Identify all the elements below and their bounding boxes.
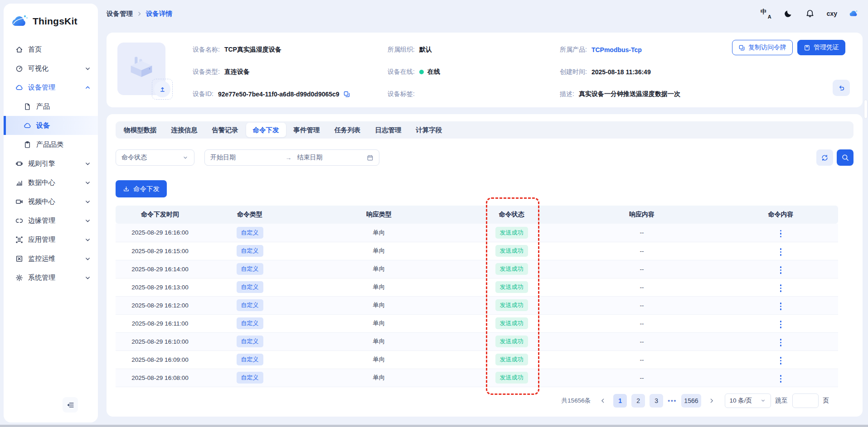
command-status-tag: 发送成功 [495, 317, 528, 329]
command-type-tag: 自定义 [237, 372, 263, 384]
tab-thing-model-data[interactable]: 物模型数据 [117, 123, 164, 137]
language-switch-icon[interactable]: 中 A [761, 9, 771, 19]
cell-response-content: -- [560, 260, 723, 278]
sidebar-item-visualization[interactable]: 可视化 [4, 59, 98, 78]
command-table: 命令下发时间 命令类型 响应类型 命令状态 响应内容 命令内容 2025-08-… [116, 206, 838, 387]
command-content-menu-button[interactable] [776, 264, 786, 276]
cell-response-content: -- [560, 296, 723, 314]
tab-command-delivery[interactable]: 命令下发 [246, 123, 286, 137]
cell-command-status: 发送成功 [463, 278, 560, 296]
cell-response-content: -- [560, 314, 723, 332]
command-content-menu-button[interactable] [776, 228, 786, 240]
cell-command-type: 自定义 [204, 332, 295, 350]
sidebar-item-app-management[interactable]: 应用管理 [4, 230, 98, 249]
user-avatar[interactable] [849, 9, 859, 19]
page-size-select[interactable]: 10 条/页 [725, 393, 771, 408]
cell-command-status: 发送成功 [463, 314, 560, 332]
sidebar-collapse-button[interactable] [63, 397, 78, 413]
page-jump-input[interactable] [792, 393, 819, 408]
cell-response-type: 单向 [295, 369, 463, 387]
sidebar-item-monitoring-ops[interactable]: 监控运维 [4, 249, 98, 268]
tab-computed-fields[interactable]: 计算字段 [409, 123, 449, 137]
prev-page-button[interactable] [597, 394, 609, 408]
chevron-right-icon [136, 11, 142, 17]
command-content-menu-button[interactable] [776, 319, 786, 330]
rule-engine-icon [15, 160, 23, 168]
table-row: 2025-08-29 16:15:00 自定义 单向 发送成功 -- [116, 242, 838, 260]
brand-cloud-icon [11, 14, 29, 28]
page-button-last[interactable]: 1566 [681, 394, 701, 408]
copy-access-token-button[interactable]: 复制访问令牌 [732, 40, 793, 55]
command-content-menu-button[interactable] [776, 283, 786, 294]
cell-command-content [723, 242, 838, 260]
cell-response-content: -- [560, 242, 723, 260]
gauge-icon [15, 65, 23, 72]
tab-event-management[interactable]: 事件管理 [287, 123, 327, 137]
page-unit-label: 页 [823, 397, 829, 405]
breadcrumb-device-management[interactable]: 设备管理 [107, 10, 133, 18]
sidebar-item-data-center[interactable]: 数据中心 [4, 173, 98, 192]
device-desc-row: 描述: 真实设备一分钟推送温湿度数据一次 [560, 89, 680, 100]
table-row: 2025-08-29 16:10:00 自定义 单向 发送成功 -- [116, 332, 838, 350]
command-type-tag: 自定义 [237, 245, 263, 257]
device-id: 92e77e50-7be4-11f0-a6d8-d99d0d9065c9 [218, 91, 339, 98]
device-product-row: 所属产品: TCPmodbus-Tcp [560, 44, 680, 55]
sidebar-item-edge-management[interactable]: 边缘管理 [4, 211, 98, 230]
dark-mode-moon-icon[interactable] [783, 9, 793, 19]
command-content-menu-button[interactable] [776, 246, 786, 258]
command-content-menu-button[interactable] [776, 337, 786, 348]
online-status: 在线 [427, 68, 440, 76]
date-range-picker[interactable]: 开始日期 → 结束日期 [204, 149, 379, 166]
cloud-icon [24, 122, 31, 130]
sidebar-item-rule-engine[interactable]: 规则引擎 [4, 154, 98, 173]
cell-command-type: 自定义 [204, 224, 295, 242]
jump-to-label: 跳至 [776, 397, 788, 405]
page-button-2[interactable]: 2 [631, 394, 645, 408]
vertical-scrollbar-thumb[interactable] [864, 100, 868, 119]
back-button[interactable] [833, 80, 850, 96]
chevron-down-icon [84, 255, 92, 263]
sidebar-item-device-management[interactable]: 设备管理 [4, 78, 98, 97]
search-button[interactable] [837, 149, 853, 166]
chevron-down-icon [84, 65, 92, 72]
cell-command-content [723, 369, 838, 387]
cell-command-type: 自定义 [204, 242, 295, 260]
send-command-button[interactable]: 命令下发 [116, 180, 167, 197]
sidebar-item-device[interactable]: 设备 [4, 116, 98, 135]
sidebar-item-system-management[interactable]: 系统管理 [4, 268, 98, 287]
cell-response-content: -- [560, 224, 723, 242]
command-status-tag: 发送成功 [495, 372, 528, 384]
tab-log-management[interactable]: 日志管理 [369, 123, 408, 137]
gear-icon [15, 274, 23, 282]
device-type-row: 设备类型: 直连设备 [193, 67, 350, 77]
product-link[interactable]: TCPmodbus-Tcp [592, 46, 642, 53]
command-content-menu-button[interactable] [776, 301, 786, 312]
sidebar-item-product-category[interactable]: 产品品类 [4, 135, 98, 154]
sidebar-item-video-center[interactable]: 视频中心 [4, 192, 98, 211]
window-bottom-edge [0, 425, 868, 427]
command-status-select[interactable]: 命令状态 [116, 149, 194, 166]
manage-credentials-button[interactable]: 管理凭证 [797, 40, 845, 55]
next-page-button[interactable] [706, 394, 718, 408]
topbar-icons: 中 A cxy [761, 9, 859, 19]
tab-connection-info[interactable]: 连接信息 [165, 123, 204, 137]
page-button-3[interactable]: 3 [650, 394, 663, 408]
username[interactable]: cxy [827, 10, 837, 17]
page-button-1[interactable]: 1 [613, 394, 627, 408]
cell-command-content [723, 224, 838, 242]
refresh-button[interactable] [816, 149, 833, 166]
notification-bell-icon[interactable] [805, 9, 815, 19]
page-ellipsis[interactable]: ••• [668, 397, 677, 404]
cell-response-type: 单向 [295, 242, 463, 260]
command-content-menu-button[interactable] [776, 373, 786, 384]
sidebar-item-home[interactable]: 首页 [4, 40, 98, 59]
upload-image-button[interactable] [152, 79, 173, 100]
brand-name: ThingsKit [33, 16, 78, 27]
tab-alarm-records[interactable]: 告警记录 [205, 123, 245, 137]
command-content-menu-button[interactable] [776, 355, 786, 366]
sidebar-item-product[interactable]: 产品 [4, 97, 98, 116]
copy-id-icon[interactable] [343, 91, 350, 98]
logo: ThingsKit [4, 4, 98, 40]
tab-task-list[interactable]: 任务列表 [328, 123, 368, 137]
cell-response-content: -- [560, 369, 723, 387]
